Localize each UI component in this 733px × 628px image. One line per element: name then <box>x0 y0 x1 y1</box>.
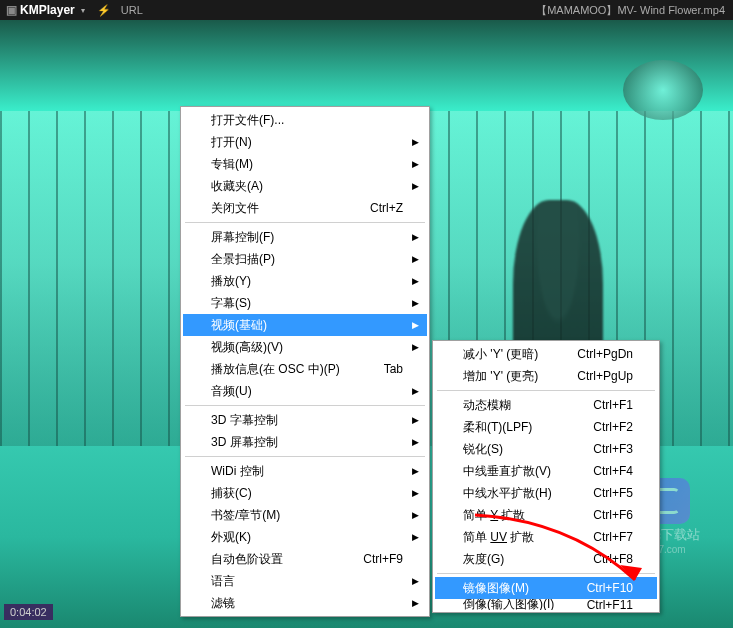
context-menu: 打开文件(F)... 打开(N)▶ 专辑(M)▶ 收藏夹(A)▶ 关闭文件Ctr… <box>180 106 430 617</box>
chevron-right-icon: ▶ <box>412 159 419 169</box>
submenu-mirror[interactable]: 镜像图像(M)Ctrl+F10 <box>435 577 657 599</box>
menu-playback-info[interactable]: 播放信息(在 OSC 中)(P)Tab <box>183 358 427 380</box>
title-bar: ▣ KMPlayer ▾ ⚡ URL 【MAMAMOO】MV- Wind Flo… <box>0 0 733 20</box>
chevron-down-icon[interactable]: ▾ <box>81 6 85 15</box>
chevron-right-icon: ▶ <box>412 181 419 191</box>
submenu-simple-uv[interactable]: 简单 UV 扩散Ctrl+F7 <box>435 526 657 548</box>
chevron-right-icon: ▶ <box>412 232 419 242</box>
menu-screen-control[interactable]: 屏幕控制(F)▶ <box>183 226 427 248</box>
chevron-right-icon: ▶ <box>412 576 419 586</box>
chevron-right-icon: ▶ <box>412 532 419 542</box>
menu-audio[interactable]: 音频(U)▶ <box>183 380 427 402</box>
menu-separator <box>185 222 425 223</box>
video-decor <box>623 60 703 120</box>
menu-close-file[interactable]: 关闭文件Ctrl+Z <box>183 197 427 219</box>
chevron-right-icon: ▶ <box>412 415 419 425</box>
submenu-gray[interactable]: 灰度(G)Ctrl+F8 <box>435 548 657 570</box>
chevron-right-icon: ▶ <box>412 342 419 352</box>
submenu-mid-h[interactable]: 中线水平扩散(H)Ctrl+F5 <box>435 482 657 504</box>
chevron-right-icon: ▶ <box>412 510 419 520</box>
chevron-right-icon: ▶ <box>412 137 419 147</box>
menu-widi[interactable]: WiDi 控制▶ <box>183 460 427 482</box>
playback-time: 0:04:02 <box>4 604 53 620</box>
menu-3d-screen[interactable]: 3D 屏幕控制▶ <box>183 431 427 453</box>
menu-favorites[interactable]: 收藏夹(A)▶ <box>183 175 427 197</box>
menu-language[interactable]: 语言▶ <box>183 570 427 592</box>
file-title: 【MAMAMOO】MV- Wind Flower.mp4 <box>536 3 725 18</box>
menu-play[interactable]: 播放(Y)▶ <box>183 270 427 292</box>
chevron-right-icon: ▶ <box>412 276 419 286</box>
menu-subtitle[interactable]: 字幕(S)▶ <box>183 292 427 314</box>
submenu-motion-blur[interactable]: 动态模糊Ctrl+F1 <box>435 394 657 416</box>
menu-capture[interactable]: 捕获(C)▶ <box>183 482 427 504</box>
menu-pano-scan[interactable]: 全景扫描(P)▶ <box>183 248 427 270</box>
submenu-mid-v[interactable]: 中线垂直扩散(V)Ctrl+F4 <box>435 460 657 482</box>
bolt-icon[interactable]: ⚡ <box>97 4 111 17</box>
chevron-right-icon: ▶ <box>412 386 419 396</box>
menu-bookmark[interactable]: 书签/章节(M)▶ <box>183 504 427 526</box>
menu-appearance[interactable]: 外观(K)▶ <box>183 526 427 548</box>
chevron-right-icon: ▶ <box>412 320 419 330</box>
submenu-inc-y[interactable]: 增加 'Y' (更亮)Ctrl+PgUp <box>435 365 657 387</box>
chevron-right-icon: ▶ <box>412 598 419 608</box>
chevron-right-icon: ▶ <box>412 437 419 447</box>
menu-open[interactable]: 打开(N)▶ <box>183 131 427 153</box>
submenu-soft[interactable]: 柔和(T)(LPF)Ctrl+F2 <box>435 416 657 438</box>
submenu-video-basic: 减小 'Y' (更暗)Ctrl+PgDn 增加 'Y' (更亮)Ctrl+PgU… <box>432 340 660 613</box>
menu-3d-subtitle[interactable]: 3D 字幕控制▶ <box>183 409 427 431</box>
menu-video-adv[interactable]: 视频(高级)(V)▶ <box>183 336 427 358</box>
menu-album[interactable]: 专辑(M)▶ <box>183 153 427 175</box>
submenu-flip[interactable]: 倒像(输入图像)(I)Ctrl+F11 <box>435 599 657 610</box>
chevron-right-icon: ▶ <box>412 298 419 308</box>
menu-video-basic[interactable]: 视频(基础)▶ <box>183 314 427 336</box>
chevron-right-icon: ▶ <box>412 254 419 264</box>
chevron-right-icon: ▶ <box>412 466 419 476</box>
app-logo: ▣ KMPlayer <box>6 3 75 17</box>
submenu-sharpen[interactable]: 锐化(S)Ctrl+F3 <box>435 438 657 460</box>
menu-open-file[interactable]: 打开文件(F)... <box>183 109 427 131</box>
url-button[interactable]: URL <box>121 4 143 16</box>
menu-separator <box>185 405 425 406</box>
chevron-right-icon: ▶ <box>412 488 419 498</box>
submenu-dec-y[interactable]: 减小 'Y' (更暗)Ctrl+PgDn <box>435 343 657 365</box>
menu-separator <box>185 456 425 457</box>
menu-filter[interactable]: 滤镜▶ <box>183 592 427 614</box>
menu-auto-color[interactable]: 自动色阶设置Ctrl+F9 <box>183 548 427 570</box>
menu-separator <box>437 573 655 574</box>
submenu-simple-y[interactable]: 简单 Y 扩散Ctrl+F6 <box>435 504 657 526</box>
menu-separator <box>437 390 655 391</box>
